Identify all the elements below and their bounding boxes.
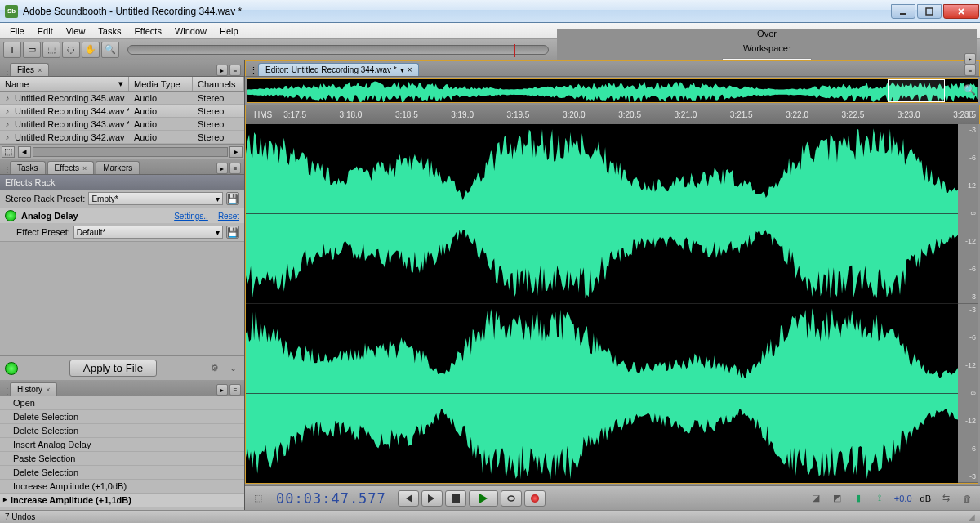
history-item[interactable]: Delete Selection [0,424,244,438]
menu-file[interactable]: File [3,25,31,38]
history-item[interactable]: Paste Selection [0,452,244,466]
tool-freq-select[interactable]: ▭ [23,42,41,58]
file-media: Audio [129,106,193,116]
ruler-db-label: dB [964,110,974,119]
options-icon[interactable]: ⬚ [252,493,265,504]
close-icon[interactable]: × [46,386,50,394]
waveform-canvas[interactable] [246,124,958,483]
tab-files[interactable]: Files× [10,63,49,76]
apply-to-file-button[interactable]: Apply to File [69,360,157,377]
tab-editor[interactable]: Editor: Untitled Recording 344.wav *▾× [258,63,419,76]
preset-save-button[interactable]: 💾 [226,192,239,205]
panel-menu-button[interactable]: ▸ [216,163,228,174]
workspace-label: Workspace: [743,43,791,53]
close-icon[interactable]: × [82,164,87,172]
panel-grip-icon[interactable]: ⋮ [3,387,10,396]
column-name[interactable]: Name▾ [0,77,129,91]
scroll-left-button[interactable]: ◂ [18,146,31,158]
menu-window[interactable]: Window [168,25,213,38]
file-row[interactable]: ♪Untitled Recording 342.wavAudioStereo [0,131,244,144]
close-icon[interactable]: × [38,66,42,74]
menu-edit[interactable]: Edit [31,25,60,38]
tab-tasks[interactable]: Tasks [10,161,46,174]
panel-menu-button[interactable]: ▸ [964,53,976,65]
panel-menu-button[interactable]: ▸ [216,384,228,396]
tool-marquee[interactable]: ⬚ [42,42,60,58]
effect-reset-link[interactable]: Reset [218,212,239,221]
view-zoom-out-icon[interactable]: ◪ [809,493,822,504]
status-bar: 7 Undos ◢ [0,510,980,523]
time-ruler[interactable]: HMS 3:17.53:18.03:18.53:19.03:19.53:20.0… [245,105,980,124]
overview-viewport[interactable] [888,79,945,102]
files-scrollbar[interactable]: ⬚ ◂ ▸ [0,144,244,159]
waveform-overview[interactable]: 🔍 [247,78,978,103]
close-icon[interactable]: × [408,65,412,74]
scroll-track[interactable] [33,147,228,157]
loop-region-icon[interactable]: ⇆ [939,493,952,504]
tool-hand[interactable]: ✋ [82,42,100,58]
trash-icon[interactable]: 🗑 [960,493,973,504]
history-item[interactable]: Delete Selection [0,466,244,480]
rack-options-icon[interactable]: ⚙ [208,363,221,374]
history-item[interactable]: Delete Selection [0,410,244,424]
menu-effects[interactable]: Effects [127,25,167,38]
rack-delete-icon[interactable]: ⌄ [226,363,239,374]
panel-grip-icon[interactable]: ⋮ [3,67,10,76]
svg-rect-2 [452,494,460,503]
tab-history[interactable]: History× [10,382,57,396]
window-close-button[interactable] [943,4,979,19]
panel-options-button[interactable]: ≡ [964,65,976,76]
rack-preset-select[interactable]: Empty*▾ [88,192,223,205]
record-button[interactable] [524,490,546,507]
tool-lasso[interactable]: ◌ [62,42,80,58]
column-media-type[interactable]: Media Type [129,77,193,91]
volume-db-value[interactable]: +0.0 [894,494,912,503]
level-meter-icon[interactable]: ⟟ [873,493,886,504]
loop-button[interactable] [501,490,522,507]
file-row[interactable]: ♪Untitled Recording 345.wavAudioStereo [0,92,244,105]
window-minimize-button[interactable] [891,4,915,19]
view-zoom-in-icon[interactable]: ◩ [831,493,844,504]
file-channels: Stereo [193,106,224,116]
effect-preset-select[interactable]: Default*▾ [74,226,223,239]
play-button[interactable] [469,490,498,507]
spectral-view-icon[interactable]: ▮ [852,493,865,504]
tool-zoom[interactable]: 🔍 [101,42,119,58]
effect-preset-save-button[interactable]: 💾 [226,226,239,239]
menu-help[interactable]: Help [213,25,245,38]
history-panel-tabbar: ⋮ History× ▸≡ [0,380,244,396]
effect-settings-link[interactable]: Settings.. [174,212,208,221]
tab-effects[interactable]: Effects× [47,161,95,174]
tab-markers[interactable]: Markers [96,161,140,174]
panel-menu-button[interactable]: ▸ [216,65,228,76]
window-title: Adobe Soundbooth - Untitled Recording 34… [23,6,242,17]
zoom-icon[interactable]: 🔍 [964,84,976,96]
go-to-start-button[interactable] [398,490,419,507]
file-row[interactable]: ♪Untitled Recording 343.wav *AudioStereo [0,118,244,131]
effect-power-toggle[interactable] [5,210,16,221]
column-channels[interactable]: Channels [193,77,244,91]
timecode[interactable]: 00:03:47.577 [276,490,386,507]
stop-button[interactable] [445,490,466,507]
go-to-end-button[interactable] [421,490,443,507]
rack-power-toggle[interactable] [5,362,18,375]
history-item[interactable]: Insert Analog Delay [0,438,244,452]
menu-view[interactable]: View [60,25,92,38]
scroll-right-button[interactable]: ▸ [229,146,243,158]
navigator-slider[interactable] [127,45,549,55]
history-item-current[interactable]: Increase Amplitude (+1,1dB) [0,494,244,507]
file-name: Untitled Recording 342.wav [15,132,129,142]
panel-options-button[interactable]: ≡ [229,163,241,174]
panel-options-button[interactable]: ≡ [229,65,241,76]
panel-grip-icon[interactable]: ⋮ [3,165,10,174]
file-row[interactable]: ♪Untitled Recording 344.wav *AudioStereo [0,105,244,118]
tool-bin-icon[interactable]: ⬚ [2,146,15,158]
tool-time-select[interactable]: I [3,42,21,58]
history-item[interactable]: Increase Amplitude (+1,0dB) [0,480,244,494]
history-item[interactable]: Open [0,396,244,410]
menu-tasks[interactable]: Tasks [91,25,127,38]
panel-options-button[interactable]: ≡ [229,384,241,396]
panel-grip-icon[interactable]: ⋮ [249,65,258,76]
window-maximize-button[interactable] [917,4,942,19]
resize-grip-icon[interactable]: ◢ [969,512,975,521]
